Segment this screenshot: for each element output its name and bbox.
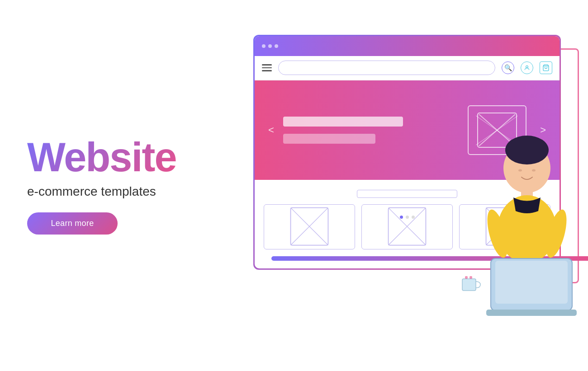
browser-dot-3 [275, 44, 278, 48]
browser-dot-2 [268, 44, 272, 48]
svg-point-19 [530, 140, 546, 154]
user-profile-icon[interactable] [521, 61, 533, 74]
browser-navbar: 🔍 [255, 56, 560, 80]
hero-prev-button[interactable]: < [268, 124, 274, 136]
hamburger-line-1 [262, 64, 272, 66]
learn-more-button[interactable]: Learn more [27, 212, 118, 235]
cart-icon[interactable] [540, 61, 552, 74]
hero-text-bar-1 [283, 117, 403, 127]
browser-topbar [255, 36, 560, 56]
right-section: 🔍 [217, 21, 588, 338]
page-title: Website [27, 137, 176, 178]
main-container: Website e-commerce templates Learn more [0, 0, 588, 371]
search-bar[interactable] [278, 61, 495, 75]
hamburger-menu-icon[interactable] [262, 64, 272, 71]
product-card-1 [264, 204, 355, 249]
product-placeholder-icon-2 [366, 207, 448, 246]
person-illustration [439, 125, 588, 329]
svg-point-0 [526, 66, 528, 68]
svg-rect-29 [495, 261, 568, 304]
page-subtitle: e-commerce templates [27, 184, 176, 199]
svg-rect-30 [486, 310, 577, 316]
search-icon[interactable]: 🔍 [502, 61, 514, 74]
hamburger-line-2 [262, 67, 272, 69]
svg-point-20 [518, 169, 522, 171]
product-placeholder-icon-1 [269, 207, 350, 246]
hero-text-bar-2 [283, 134, 375, 144]
hamburger-line-3 [262, 70, 272, 71]
browser-dot-1 [262, 44, 266, 48]
left-section: Website e-commerce templates Learn more [27, 137, 176, 235]
svg-point-21 [532, 169, 536, 171]
